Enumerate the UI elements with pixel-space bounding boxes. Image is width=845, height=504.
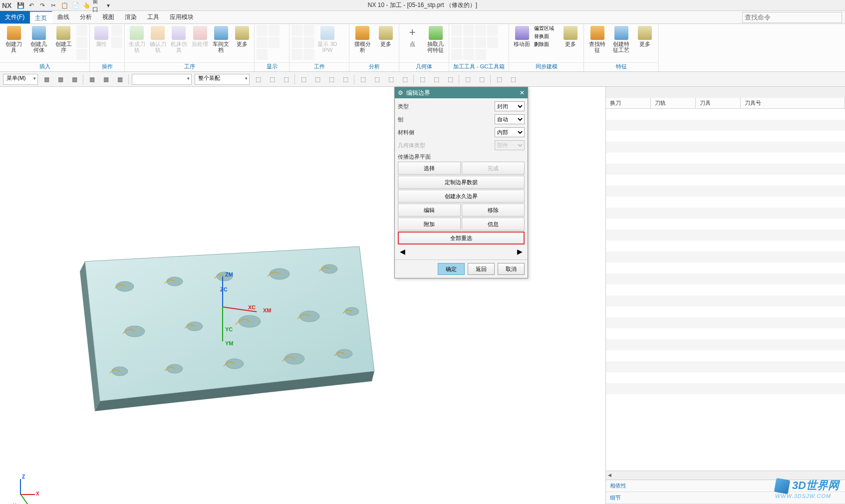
- small-icon[interactable]: [487, 37, 498, 48]
- delete-face-button[interactable]: 删除面: [534, 41, 559, 48]
- small-icon[interactable]: [76, 25, 87, 36]
- small-icon[interactable]: [291, 49, 302, 60]
- tool-icon[interactable]: ⬚: [494, 74, 505, 85]
- tool-icon[interactable]: ⬚: [281, 74, 291, 85]
- tool-icon[interactable]: ⬚: [340, 74, 351, 85]
- reselect-all-button[interactable]: 全部重选: [398, 232, 525, 245]
- small-icon[interactable]: [269, 37, 280, 48]
- find-feature-button[interactable]: 查找特征: [586, 25, 609, 54]
- redo-icon[interactable]: ↷: [37, 1, 47, 10]
- create-permanent-boundary-button[interactable]: 创建永久边界: [398, 190, 525, 203]
- small-icon[interactable]: [475, 25, 486, 36]
- tool-icon[interactable]: ⬚: [445, 74, 456, 85]
- shop-doc-button[interactable]: 车间文档: [211, 25, 231, 54]
- small-icon[interactable]: [303, 25, 314, 36]
- small-icon[interactable]: [475, 49, 486, 60]
- tab-tools[interactable]: 工具: [142, 11, 165, 23]
- type-select[interactable]: 封闭: [495, 101, 525, 111]
- more-button[interactable]: 更多: [232, 25, 252, 48]
- more-button[interactable]: 更多: [633, 25, 656, 48]
- small-icon[interactable]: [451, 37, 462, 48]
- tool-icon[interactable]: ⬚: [298, 74, 309, 85]
- gear-icon[interactable]: ⚙: [398, 89, 403, 96]
- file-menu[interactable]: 文件(F): [0, 11, 30, 23]
- small-icon[interactable]: [257, 37, 268, 48]
- filter-icon[interactable]: ▦: [114, 74, 125, 85]
- small-icon[interactable]: [291, 25, 302, 36]
- select-button[interactable]: 选择: [398, 162, 461, 175]
- small-icon[interactable]: [463, 49, 474, 60]
- tool-icon[interactable]: ⬚: [476, 74, 487, 85]
- command-search[interactable]: [742, 12, 842, 23]
- tool-icon[interactable]: ⬚: [508, 74, 519, 85]
- filter-icon[interactable]: ▦: [86, 74, 97, 85]
- small-icon[interactable]: [257, 49, 268, 60]
- type-filter-dropdown[interactable]: [132, 74, 192, 85]
- tab-app[interactable]: 应用模块: [165, 11, 199, 23]
- tab-home[interactable]: 主页: [30, 11, 52, 23]
- menu-dropdown[interactable]: 菜单(M): [3, 74, 38, 85]
- col-toolpath[interactable]: 刀轨: [651, 98, 696, 108]
- cut-icon[interactable]: ✂: [48, 1, 58, 10]
- filter-icon[interactable]: ▦: [41, 74, 52, 85]
- 3d-viewport[interactable]: ZM ZC XC XM YC YM Z X Y ⚙ 编辑边界 ✕ 类型封闭 刨自…: [0, 87, 605, 504]
- edit-button[interactable]: 编辑: [398, 204, 461, 217]
- close-icon[interactable]: ✕: [520, 89, 525, 96]
- replace-face-button[interactable]: 替换面: [534, 33, 559, 40]
- touch-icon[interactable]: 👆: [81, 1, 91, 10]
- plane-select[interactable]: 自动: [495, 114, 525, 124]
- small-icon[interactable]: [303, 49, 314, 60]
- small-icon[interactable]: [451, 25, 462, 36]
- copy-icon[interactable]: 📋: [59, 1, 69, 10]
- more-button[interactable]: 更多: [375, 25, 397, 48]
- tool-icon[interactable]: ⬚: [371, 74, 382, 85]
- custom-boundary-button[interactable]: 定制边界数据: [398, 176, 525, 189]
- back-button[interactable]: 返回: [468, 263, 495, 275]
- small-icon[interactable]: [76, 37, 87, 48]
- small-icon[interactable]: [291, 37, 302, 48]
- tool-icon[interactable]: ⬚: [431, 74, 442, 85]
- assembly-filter-dropdown[interactable]: 整个装配: [195, 74, 250, 85]
- next-arrow-icon[interactable]: ▶: [515, 248, 525, 255]
- create-geometry-button[interactable]: 创建几何体: [27, 25, 51, 54]
- small-icon[interactable]: [303, 37, 314, 48]
- tab-curve[interactable]: 曲线: [52, 11, 75, 23]
- info-button[interactable]: 信息: [462, 218, 525, 231]
- point-button[interactable]: +点: [401, 25, 424, 48]
- draft-analysis-button[interactable]: 摆模分析: [351, 25, 374, 54]
- tool-icon[interactable]: ⬚: [462, 74, 473, 85]
- window-menu[interactable]: 窗口: [92, 1, 102, 10]
- extract-geometry-button[interactable]: 抽取几何特征: [425, 25, 447, 54]
- tool-icon[interactable]: ⬚: [267, 74, 278, 85]
- tool-icon[interactable]: ⬚: [326, 74, 337, 85]
- filter-icon[interactable]: ▦: [100, 74, 111, 85]
- save-icon[interactable]: 💾: [15, 1, 25, 10]
- col-toolnum[interactable]: 刀具号: [741, 98, 845, 108]
- dialog-titlebar[interactable]: ⚙ 编辑边界 ✕: [395, 87, 528, 98]
- create-tool-button[interactable]: 创建刀具: [2, 25, 26, 54]
- small-icon[interactable]: [463, 25, 474, 36]
- small-icon[interactable]: [257, 25, 268, 36]
- small-icon[interactable]: [111, 37, 122, 48]
- filter-icon[interactable]: ▦: [55, 74, 66, 85]
- remove-button[interactable]: 移除: [462, 204, 525, 217]
- small-icon[interactable]: [475, 37, 486, 48]
- small-icon[interactable]: [487, 25, 498, 36]
- move-face-button[interactable]: 移动面: [511, 25, 533, 48]
- material-side-select[interactable]: 内部: [495, 127, 525, 137]
- offset-region-button[interactable]: 偏置区域: [534, 25, 559, 32]
- tool-icon[interactable]: ⬚: [253, 74, 264, 85]
- table-body[interactable]: [606, 109, 845, 471]
- tool-icon[interactable]: ⬚: [312, 74, 323, 85]
- prev-arrow-icon[interactable]: ◀: [398, 248, 407, 255]
- create-operation-button[interactable]: 创建工序: [51, 25, 75, 54]
- tool-icon[interactable]: ⬚: [417, 74, 428, 85]
- small-icon[interactable]: [269, 25, 280, 36]
- tool-icon[interactable]: ⬚: [385, 74, 396, 85]
- col-tool[interactable]: 刀具: [696, 98, 741, 108]
- dropdown-icon[interactable]: ▾: [103, 1, 113, 10]
- small-icon[interactable]: [451, 49, 462, 60]
- small-icon[interactable]: [463, 37, 474, 48]
- more-button[interactable]: 更多: [560, 25, 581, 48]
- col-toolchange[interactable]: 换刀: [606, 98, 651, 108]
